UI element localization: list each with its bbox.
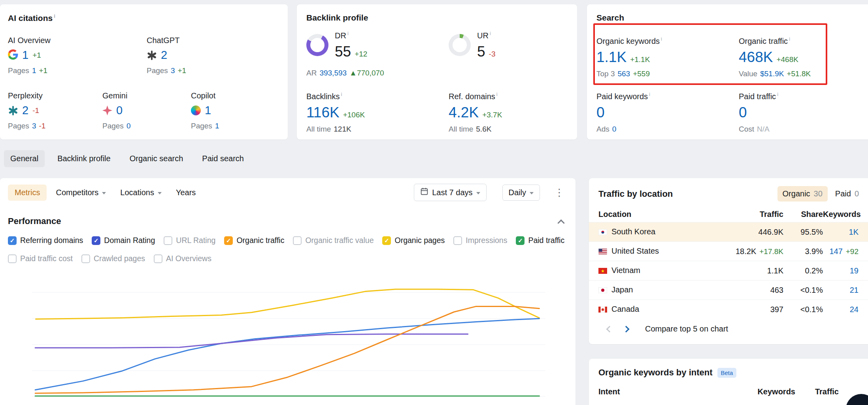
metric-checkbox-impressions[interactable]: Impressions (453, 236, 507, 245)
backlink-profile-card: Backlink profile DRi 55 +12 AR 393,593 ▲… (297, 4, 577, 139)
paid-traffic-value[interactable]: 0 (739, 105, 747, 121)
tab-paid-search[interactable]: Paid search (196, 150, 250, 167)
metrics-button[interactable]: Metrics (8, 185, 47, 201)
metric-checkbox-ai-overviews[interactable]: AI Overviews (154, 254, 211, 263)
ai-overview-value[interactable]: 1 (22, 49, 28, 62)
metric-checkbox-organic-traffic[interactable]: ✓Organic traffic (224, 236, 284, 245)
share-value: <0.1% (783, 286, 823, 295)
organic-traffic-value[interactable]: 468K (739, 49, 773, 65)
tab-backlink-profile[interactable]: Backlink profile (51, 150, 117, 167)
pages-value[interactable]: 3 (171, 66, 175, 75)
performance-chart[interactable] (32, 272, 545, 404)
metric-checkbox-domain-rating[interactable]: ✓Domain Rating (92, 236, 155, 245)
checkbox[interactable]: ✓ (516, 236, 525, 245)
paid-tab[interactable]: Paid0 (830, 186, 864, 202)
beta-badge: Beta (717, 368, 737, 378)
checkbox[interactable]: ✓ (8, 236, 17, 245)
keywords-link[interactable]: 21 (823, 286, 859, 295)
gemini-icon (102, 105, 112, 115)
overview-tabs: General Backlink profile Organic search … (4, 150, 250, 167)
alltime-value: 121K (334, 125, 351, 134)
years-button[interactable]: Years (171, 185, 201, 201)
delta: +106K (343, 111, 365, 119)
table-row-united-states[interactable]: United States 18.2K+17.8K 3.9% 147+92 (589, 241, 868, 261)
domain-rating-metric: DRi 55 +12 (306, 30, 367, 60)
metric-label: Perplexity (8, 91, 45, 100)
chart-line-domain-rating (35, 334, 468, 348)
checkbox[interactable] (8, 254, 17, 263)
paid-traffic-metric: Paid traffici 0 CostN/A (739, 91, 778, 134)
checkbox[interactable] (164, 236, 172, 245)
column-keywords: Keywords (736, 387, 795, 396)
checkbox[interactable] (81, 254, 90, 263)
pages-value[interactable]: 0 (126, 122, 131, 130)
sub-value: N/A (757, 125, 770, 134)
sub-value[interactable]: 563 (617, 70, 630, 78)
perplexity-icon (8, 105, 18, 116)
granularity-dropdown[interactable]: Daily (502, 185, 540, 201)
checkbox[interactable] (453, 236, 462, 245)
metric-checkbox-crawled-pages[interactable]: Crawled pages (81, 254, 145, 263)
dr-donut-chart (306, 34, 328, 56)
copilot-value[interactable]: 1 (205, 104, 211, 117)
checkbox-label: Organic pages (394, 236, 445, 245)
checkbox[interactable]: ✓ (224, 236, 233, 245)
organic-tab[interactable]: Organic30 (777, 186, 828, 202)
chatgpt-value[interactable]: 2 (161, 49, 167, 62)
checkbox-label: AI Overviews (166, 254, 211, 263)
keywords-link[interactable]: 24 (823, 305, 859, 314)
metric-label: DR (335, 31, 346, 40)
keywords-delta: +92 (846, 247, 859, 256)
ref-domains-value[interactable]: 4.2K (449, 105, 479, 121)
keywords-link[interactable]: 1K (823, 228, 859, 237)
keywords-link[interactable]: 19 (823, 266, 859, 275)
previous-page-chevron-icon[interactable] (606, 326, 613, 332)
pages-value[interactable]: 1 (32, 66, 36, 75)
checkbox[interactable]: ✓ (92, 236, 100, 245)
table-row-vietnam[interactable]: Vietnam 1.1K 0.2% 19 (589, 261, 868, 280)
pages-value[interactable]: 3 (32, 122, 36, 130)
paid-keywords-value[interactable]: 0 (596, 105, 605, 121)
metric-checkbox-organic-traffic-value[interactable]: Organic traffic value (293, 236, 374, 245)
sub-value[interactable]: 0 (612, 125, 617, 134)
metric-label: Paid traffic (739, 92, 776, 101)
organic-keywords-value[interactable]: 1.1K (596, 49, 626, 65)
collapse-chevron-up-icon[interactable] (557, 219, 564, 226)
table-row-south-korea[interactable]: South Korea 446.9K 95.5% 1K (589, 222, 868, 241)
metric-checkbox-organic-pages[interactable]: ✓Organic pages (382, 236, 445, 245)
checkbox[interactable] (293, 236, 302, 245)
table-row-japan[interactable]: Japan 463 <0.1% 21 (589, 280, 868, 300)
tab-organic-search[interactable]: Organic search (123, 150, 190, 167)
copilot-metric: Copilot 1 Pages1 (191, 91, 219, 130)
checkbox[interactable] (154, 254, 162, 263)
pages-value[interactable]: 1 (215, 122, 219, 130)
date-range-dropdown[interactable]: Last 7 days (414, 184, 486, 201)
gemini-value[interactable]: 0 (116, 104, 123, 117)
next-page-chevron-icon[interactable] (623, 326, 630, 332)
locations-dropdown[interactable]: Locations (115, 185, 167, 201)
info-icon: i (496, 91, 498, 97)
more-options-kebab-icon[interactable]: ⋮ (554, 187, 564, 198)
perplexity-value[interactable]: 2 (22, 104, 28, 117)
column-share: Share (783, 210, 823, 219)
metric-checkbox-paid-traffic[interactable]: ✓Paid traffic (516, 236, 564, 245)
metric-checkbox-row-2: Paid traffic cost Crawled pages AI Overv… (8, 254, 211, 263)
table-row-canada[interactable]: Canada 397 <0.1% 24 (589, 300, 868, 319)
metric-checkbox-referring-domains[interactable]: ✓Referring domains (8, 236, 83, 245)
checkbox[interactable]: ✓ (382, 236, 391, 245)
traffic-by-location-title: Traffic by location (598, 189, 673, 199)
tab-general[interactable]: General (4, 150, 45, 167)
chatgpt-icon (147, 50, 157, 60)
competitors-dropdown[interactable]: Competitors (51, 185, 111, 201)
keywords-link[interactable]: 147 (829, 247, 842, 256)
metric-checkbox-paid-traffic-cost[interactable]: Paid traffic cost (8, 254, 73, 263)
metric-checkbox-row-1: ✓Referring domains ✓Domain Rating URL Ra… (8, 236, 564, 245)
metric-checkbox-url-rating[interactable]: URL Rating (164, 236, 215, 245)
flag-ca-icon (598, 305, 607, 315)
backlinks-value[interactable]: 116K (306, 105, 340, 121)
column-traffic: Traffic (716, 210, 783, 219)
alltime-value: 5.6K (476, 125, 491, 134)
dr-value: 55 (335, 44, 351, 60)
sub-value[interactable]: $51.9K (760, 70, 784, 78)
ar-value[interactable]: 393,593 (319, 69, 347, 77)
